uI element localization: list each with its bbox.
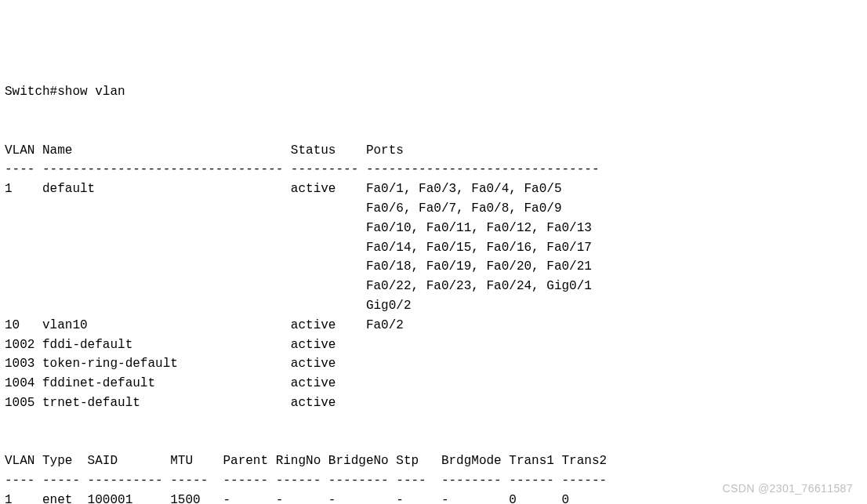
cli-prompt: Switch#	[5, 85, 57, 99]
cli-command: show vlan	[57, 85, 125, 99]
watermark: CSDN @2301_76611587	[722, 480, 853, 498]
vlan-table-1: VLAN Name Status Ports ---- ------------…	[5, 121, 862, 413]
